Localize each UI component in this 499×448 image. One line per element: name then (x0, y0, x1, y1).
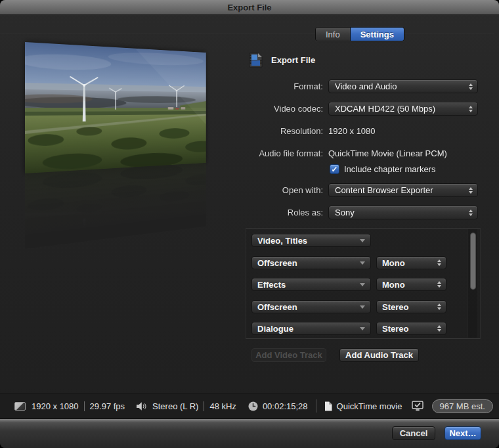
stepper-arrows-icon (437, 259, 441, 266)
popup-arrows-icon (469, 106, 473, 112)
popup-arrows-icon (469, 210, 473, 216)
channel-stepper[interactable]: Stereo (376, 300, 446, 313)
audio-file-format-label: Audio file format: (118, 148, 328, 158)
resolution-row: Resolution: 1920 x 1080 (118, 124, 478, 138)
include-chapter-markers-row: ✓ Include chapter markers (330, 164, 435, 174)
chevron-down-icon (360, 261, 365, 265)
stepper-arrows-icon (437, 303, 441, 310)
chevron-down-icon (360, 239, 365, 242)
resolution-value: 1920 x 1080 (328, 126, 376, 136)
display-icon (14, 402, 26, 411)
open-with-row: Open with: Content Browser Exporter (118, 183, 478, 197)
document-icon (324, 401, 332, 411)
roles-scrollbar-thumb[interactable] (470, 233, 476, 290)
role-dropdown[interactable]: Video, Titles (251, 234, 371, 247)
format-value: Video and Audio (335, 81, 397, 91)
role-dropdown[interactable]: Effects (251, 278, 371, 291)
panel-heading: Export File (248, 53, 315, 68)
include-chapter-markers-label: Include chapter markers (344, 164, 435, 174)
open-with-label: Open with: (118, 185, 328, 195)
check-icon: ✓ (331, 166, 337, 173)
role-row-effects: Effects Mono (251, 278, 446, 291)
cancel-button[interactable]: Cancel (392, 426, 435, 440)
tab-bar: Info Settings (315, 27, 404, 41)
separator (316, 399, 316, 413)
include-chapter-markers-checkbox[interactable]: ✓ (330, 164, 339, 174)
format-popup[interactable]: Video and Audio (328, 79, 478, 93)
popup-arrows-icon (469, 83, 473, 90)
format-label: Format: (118, 81, 328, 91)
next-button[interactable]: Next… (445, 426, 481, 440)
chevron-down-icon (360, 283, 365, 286)
video-codec-value: XDCAM HD422 (50 Mbps) (335, 104, 435, 114)
status-bar: 1920 x 1080 29.97 fps Stereo (L R) 48 kH… (0, 393, 499, 419)
role-row-dialogue: Dialogue Stereo (251, 322, 446, 335)
role-row-video-titles: Video, Titles (251, 234, 371, 247)
resolution-label: Resolution: (118, 126, 328, 136)
popup-arrows-icon (469, 187, 473, 194)
audio-file-format-row: Audio file format: QuickTime Movie (Line… (118, 146, 478, 160)
status-duration: 00:02:15;28 (263, 401, 308, 411)
role-dropdown[interactable]: Offscreen (251, 256, 371, 269)
role-row-offscreen-1: Offscreen Mono (251, 256, 446, 269)
video-codec-popup[interactable]: XDCAM HD422 (50 Mbps) (328, 102, 478, 116)
speaker-icon (137, 402, 148, 411)
status-sample-rate: 48 kHz (209, 401, 236, 411)
size-estimate-badge: 967 MB est. (432, 399, 493, 413)
video-codec-row: Video codec: XDCAM HD422 (50 Mbps) (118, 102, 478, 116)
roles-as-label: Roles as: (118, 208, 328, 217)
film-strip-icon (248, 53, 263, 68)
chevron-down-icon (360, 327, 365, 330)
window-title: Export File (227, 3, 271, 12)
format-row: Format: Video and Audio (118, 79, 478, 93)
channel-stepper[interactable]: Mono (376, 256, 446, 269)
status-audio-channels: Stereo (L R) (152, 401, 198, 411)
open-with-value: Content Browser Exporter (335, 185, 433, 195)
clock-icon (248, 401, 258, 411)
status-framerate: 29.97 fps (90, 401, 125, 411)
role-dropdown[interactable]: Offscreen (251, 300, 371, 313)
titlebar: Export File (0, 0, 499, 15)
roles-as-popup[interactable]: Sony (328, 206, 478, 219)
roles-scrollbar-track[interactable] (467, 229, 477, 338)
tab-divider (0, 34, 494, 34)
add-video-track-button[interactable]: Add Video Track (251, 348, 326, 362)
stepper-arrows-icon (437, 325, 441, 332)
stepper-arrows-icon (437, 281, 441, 288)
status-resolution: 1920 x 1080 (32, 401, 79, 411)
panel-title: Export File (271, 55, 315, 65)
monitor-check-icon (412, 401, 423, 411)
status-file-type: QuickTime movie (337, 401, 402, 411)
role-dropdown[interactable]: Dialogue (251, 322, 371, 335)
add-audio-track-button[interactable]: Add Audio Track (339, 348, 419, 362)
roles-list: Video, Titles Offscreen Mono Effects Mon… (246, 228, 481, 339)
separator (84, 401, 85, 411)
video-codec-label: Video codec: (118, 104, 328, 114)
open-with-popup[interactable]: Content Browser Exporter (328, 183, 478, 197)
export-dialog: Export File Info Settings (0, 0, 499, 448)
footer: Cancel Next… (0, 419, 499, 448)
tab-info[interactable]: Info (316, 28, 350, 41)
channel-stepper[interactable]: Mono (376, 278, 446, 291)
roles-as-value: Sony (335, 208, 355, 217)
role-row-offscreen-2: Offscreen Stereo (251, 300, 446, 313)
roles-as-row: Roles as: Sony (118, 206, 478, 219)
channel-stepper[interactable]: Stereo (376, 322, 446, 335)
chevron-down-icon (360, 305, 365, 309)
tab-settings[interactable]: Settings (350, 28, 404, 41)
audio-file-format-value: QuickTime Movie (Linear PCM) (328, 148, 447, 158)
separator (204, 401, 204, 411)
